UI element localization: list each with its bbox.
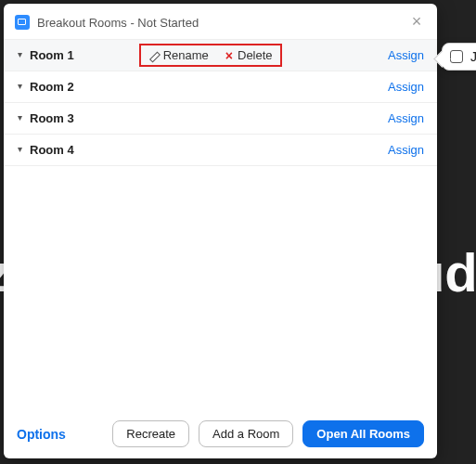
assign-link[interactable]: Assign [388,111,424,125]
participant-name: Judy [470,49,476,64]
delete-button[interactable]: × Delete [225,48,273,62]
breakout-rooms-modal: Breakout Rooms - Not Started × ▾ Room 1 … [4,4,437,458]
pencil-icon [148,50,159,60]
rename-label: Rename [163,48,209,62]
delete-label: Delete [238,48,273,62]
chevron-down-icon[interactable]: ▾ [13,144,26,154]
chevron-down-icon[interactable]: ▾ [13,112,26,122]
assign-popover: Judy [442,43,476,71]
close-icon[interactable]: × [407,13,426,32]
room-name: Room 3 [30,111,74,125]
room-row[interactable]: ▾ Room 2 Assign [4,71,437,103]
assign-link[interactable]: Assign [388,80,424,94]
room-name: Room 2 [30,80,74,94]
room-name: Room 4 [30,143,74,157]
zoom-app-icon [15,15,30,30]
empty-area [4,166,437,409]
open-all-rooms-button[interactable]: Open All Rooms [302,420,424,447]
recreate-button[interactable]: Recreate [112,420,189,447]
participant-checkbox[interactable] [450,50,463,63]
room-row[interactable]: ▾ Room 3 Assign [4,103,437,135]
footer: Options Recreate Add a Room Open All Roo… [4,409,437,458]
options-link[interactable]: Options [17,427,66,442]
room-row[interactable]: ▾ Room 1 Rename × Delete Assign [4,40,437,71]
x-icon: × [225,49,233,62]
chevron-down-icon[interactable]: ▾ [13,81,26,91]
chevron-down-icon[interactable]: ▾ [13,49,26,59]
row-actions-highlight: Rename × Delete [139,44,282,67]
room-row[interactable]: ▾ Room 4 Assign [4,135,437,166]
window-title: Breakout Rooms - Not Started [37,16,199,30]
room-name: Room 1 [30,48,74,62]
rooms-list: ▾ Room 1 Rename × Delete Assign ▾ Room 2… [4,40,437,166]
assign-link[interactable]: Assign [388,143,424,157]
rename-button[interactable]: Rename [148,48,209,62]
titlebar: Breakout Rooms - Not Started × [4,4,437,40]
assign-link[interactable]: Assign [388,48,424,62]
add-room-button[interactable]: Add a Room [199,420,293,447]
